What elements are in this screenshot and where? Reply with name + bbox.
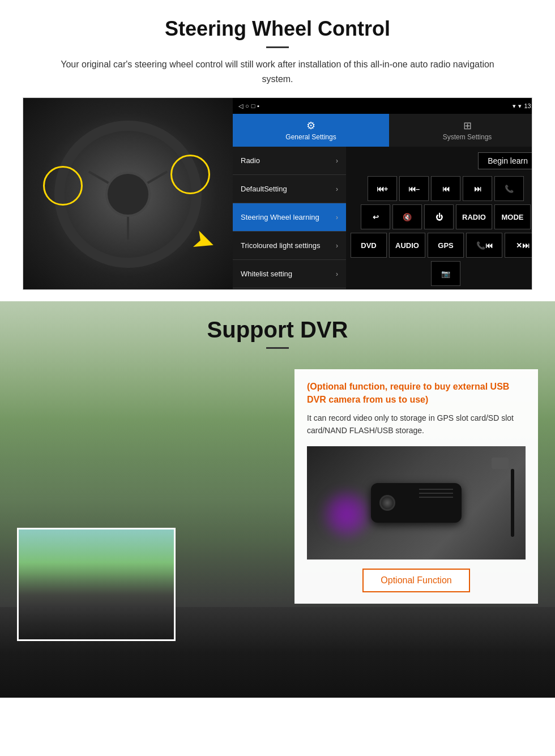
chevron-icon: › bbox=[336, 270, 338, 278]
mute-button[interactable]: 🔇 bbox=[392, 204, 422, 229]
status-bar: ◁ ○ □ ▪ ▾ ▾ 13:13 bbox=[233, 98, 532, 114]
vol-up-button[interactable]: ⏮+ bbox=[368, 176, 397, 201]
menu-whitelist[interactable]: Whitelist setting › bbox=[233, 260, 346, 288]
gps-button[interactable]: GPS bbox=[428, 233, 464, 258]
usb-cable bbox=[511, 469, 514, 537]
tab-general-settings[interactable]: ⚙ General Settings bbox=[233, 114, 389, 147]
dvr-card-body: It can record video only to storage in G… bbox=[307, 412, 526, 437]
menu-default-setting[interactable]: DefaultSetting › bbox=[233, 175, 346, 203]
hangup-button[interactable]: ↩ bbox=[361, 204, 390, 229]
network-icon: ⊞ bbox=[463, 119, 472, 132]
camera-body bbox=[371, 483, 462, 523]
chevron-icon: › bbox=[336, 213, 338, 221]
wheel-inner bbox=[105, 172, 151, 217]
menu-buttons-area: Radio › DefaultSetting › Steering Wheel … bbox=[233, 147, 532, 289]
steering-description: Your original car's steering wheel contr… bbox=[45, 57, 510, 86]
steering-section: Steering Wheel Control Your original car… bbox=[0, 0, 555, 301]
tab-system-label: System Settings bbox=[443, 133, 492, 141]
dvr-thumbnail bbox=[17, 528, 176, 641]
purple-glow bbox=[324, 492, 369, 537]
chevron-icon: › bbox=[336, 157, 338, 165]
settings-menu: Radio › DefaultSetting › Steering Wheel … bbox=[233, 147, 346, 289]
gear-icon: ⚙ bbox=[306, 119, 315, 132]
prev-button[interactable]: ⏮ bbox=[431, 176, 460, 201]
highlight-circle-left bbox=[43, 166, 83, 206]
dvr-section: Support DVR (Optional function, require … bbox=[0, 301, 555, 698]
nav-icons: ◁ ○ □ ▪ bbox=[238, 102, 259, 110]
next-button[interactable]: ⏭ bbox=[463, 176, 492, 201]
back-icon: ◁ bbox=[238, 102, 243, 110]
dvr-title: Support DVR bbox=[0, 317, 555, 343]
menu-steering-wheel-learning[interactable]: Steering Wheel learning › bbox=[233, 203, 346, 232]
recents-icon: □ bbox=[251, 102, 255, 109]
chevron-icon: › bbox=[336, 242, 338, 250]
button-row-2: ↩ 🔇 ⏻ RADIO MODE bbox=[346, 203, 532, 230]
menu-tricoloured[interactable]: Tricoloured light settings › bbox=[233, 232, 346, 260]
chevron-icon: › bbox=[336, 185, 338, 193]
dvr-info-card: (Optional function, require to buy exter… bbox=[294, 369, 538, 604]
button-row-3: DVD AUDIO GPS 📞⏮ ✕⏭ bbox=[346, 232, 532, 259]
camera-grille bbox=[419, 489, 453, 498]
radio-button[interactable]: RADIO bbox=[456, 204, 492, 229]
steering-photo: ➤ bbox=[23, 98, 233, 290]
audio-button[interactable]: AUDIO bbox=[389, 233, 425, 258]
dvr-divider bbox=[266, 347, 289, 349]
grille-line bbox=[419, 489, 453, 490]
button-row-1: ⏮+ ⏮– ⏮ ⏭ 📞 bbox=[346, 175, 532, 202]
menu-radio-label: Radio bbox=[241, 156, 260, 165]
dvd-button[interactable]: DVD bbox=[351, 233, 387, 258]
optional-function-button[interactable]: Optional Function bbox=[362, 569, 469, 592]
wifi-icon: ▾ bbox=[518, 102, 522, 110]
grille-line bbox=[419, 493, 453, 494]
dvr-camera-illustration bbox=[307, 446, 526, 559]
menu-icon: ▪ bbox=[257, 102, 259, 109]
vol-down-button[interactable]: ⏮– bbox=[399, 176, 429, 201]
title-divider bbox=[266, 46, 289, 48]
usb-connector bbox=[492, 458, 509, 469]
begin-learn-row: Begin learn bbox=[346, 147, 532, 175]
android-ui: ◁ ○ □ ▪ ▾ ▾ 13:13 ⚙ General Settings bbox=[233, 98, 532, 289]
mode-button[interactable]: MODE bbox=[494, 204, 531, 229]
power-button[interactable]: ⏻ bbox=[424, 204, 454, 229]
menu-default-label: DefaultSetting bbox=[241, 185, 287, 193]
call-button[interactable]: 📞 bbox=[494, 176, 524, 201]
menu-steering-label: Steering Wheel learning bbox=[241, 213, 319, 221]
menu-tricoloured-label: Tricoloured light settings bbox=[241, 241, 320, 250]
status-right: ▾ ▾ 13:13 bbox=[513, 102, 532, 110]
dvr-card-title: (Optional function, require to buy exter… bbox=[307, 381, 526, 406]
menu-whitelist-label: Whitelist setting bbox=[241, 270, 292, 278]
control-buttons-area: Begin learn ⏮+ ⏮– ⏮ ⏭ 📞 ↩ 🔇 ⏻ bbox=[346, 147, 532, 289]
tab-system-settings[interactable]: ⊞ System Settings bbox=[389, 114, 532, 147]
tab-general-label: General Settings bbox=[285, 133, 336, 141]
steering-title: Steering Wheel Control bbox=[23, 17, 532, 41]
call-prev-button[interactable]: 📞⏮ bbox=[466, 233, 502, 258]
close-next-button[interactable]: ✕⏭ bbox=[505, 233, 532, 258]
camera-lens bbox=[379, 495, 395, 511]
begin-learn-button[interactable]: Begin learn bbox=[478, 152, 532, 169]
steering-wheel: ➤ bbox=[23, 98, 233, 290]
settings-tabs: ⚙ General Settings ⊞ System Settings bbox=[233, 114, 532, 147]
grille-line bbox=[419, 497, 453, 498]
dvr-title-wrap: Support DVR bbox=[0, 301, 555, 349]
highlight-circle-right bbox=[170, 155, 210, 194]
camera-button[interactable]: 📷 bbox=[431, 261, 460, 286]
steering-demo: ➤ ◁ ○ □ ▪ ▾ ▾ 13:13 bbox=[23, 97, 532, 290]
time-display: 13:13 bbox=[524, 102, 532, 109]
button-row-4: 📷 bbox=[346, 260, 532, 287]
signal-icon: ▾ bbox=[513, 102, 516, 110]
menu-radio[interactable]: Radio › bbox=[233, 147, 346, 175]
home-icon: ○ bbox=[245, 102, 249, 109]
